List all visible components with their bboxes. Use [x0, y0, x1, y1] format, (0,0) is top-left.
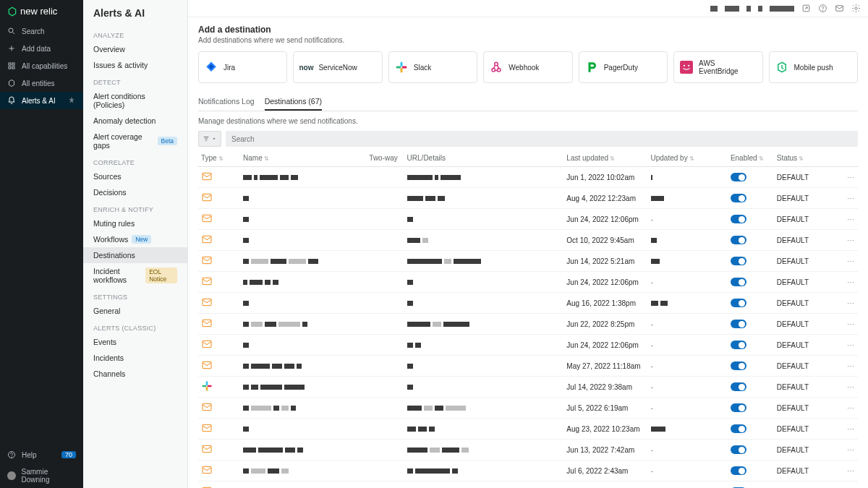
col-header[interactable]: Name⇅ [240, 150, 366, 167]
share-icon[interactable] [801, 4, 811, 13]
enabled-toggle[interactable] [731, 215, 746, 223]
nav-all-capabilities[interactable]: All capabilities [0, 57, 83, 74]
row-more-button[interactable]: ⋯ [847, 425, 855, 433]
table-row[interactable]: Aug 4, 2022 6:45amDEFAULT⋯ [198, 481, 858, 489]
row-more-button[interactable]: ⋯ [847, 257, 855, 265]
sidebar-item-incidents[interactable]: Incidents [83, 350, 187, 366]
card-webhook[interactable]: Webhook [483, 51, 572, 83]
table-row[interactable]: Oct 10, 2022 9:45amDEFAULT⋯ [198, 230, 858, 251]
table-row[interactable]: Jun 24, 2022 12:06pm-DEFAULT⋯ [198, 335, 858, 356]
table-row[interactable]: Aug 4, 2022 12:23amDEFAULT⋯ [198, 188, 858, 209]
status-cell: DEFAULT [774, 356, 841, 377]
enabled-toggle[interactable] [731, 236, 746, 244]
add-destination-title: Add a destination [198, 25, 858, 35]
table-row[interactable]: Aug 23, 2022 10:23amDEFAULT⋯ [198, 419, 858, 440]
row-more-button[interactable]: ⋯ [847, 215, 855, 223]
enabled-toggle[interactable] [731, 278, 746, 286]
search-input[interactable] [226, 131, 858, 147]
enabled-toggle[interactable] [731, 341, 746, 349]
nav-help[interactable]: Help 70 [0, 446, 83, 463]
enabled-toggle[interactable] [731, 445, 746, 454]
sidebar-item-anomaly-detection[interactable]: Anomaly detection [83, 113, 187, 129]
col-header[interactable]: Enabled⇅ [728, 150, 774, 167]
table-row[interactable]: Jul 6, 2022 2:43am-DEFAULT⋯ [198, 461, 858, 481]
row-more-button[interactable]: ⋯ [847, 278, 855, 286]
col-header[interactable]: Type⇅ [198, 150, 240, 167]
row-more-button[interactable]: ⋯ [847, 467, 855, 475]
sidebar-item-events[interactable]: Events [83, 334, 187, 350]
table-row[interactable]: Aug 16, 2022 1:38pmDEFAULT⋯ [198, 293, 858, 314]
filter-button[interactable] [198, 131, 221, 147]
row-more-button[interactable]: ⋯ [847, 341, 855, 349]
nav-user[interactable]: Sammie Downing [0, 463, 83, 488]
settings-icon[interactable] [851, 4, 861, 13]
help-icon[interactable] [818, 4, 827, 13]
card-slack[interactable]: Slack [388, 51, 477, 83]
sidebar-item-general[interactable]: General [83, 303, 187, 319]
row-more-button[interactable]: ⋯ [847, 299, 855, 307]
row-more-button[interactable]: ⋯ [847, 362, 855, 370]
type-cell [198, 167, 240, 188]
sidebar-item-decisions[interactable]: Decisions [83, 184, 187, 200]
status-cell: DEFAULT [774, 272, 841, 293]
table-row[interactable]: Jul 14, 2022 9:38am-DEFAULT⋯ [198, 377, 858, 398]
mail-icon[interactable] [835, 4, 844, 13]
brand-logo[interactable]: new relic [0, 0, 83, 22]
nav-search[interactable]: Search [0, 22, 83, 40]
table-row[interactable]: Jun 1, 2022 10:02amDEFAULT⋯ [198, 167, 858, 188]
sidebar-item-overview[interactable]: Overview [83, 41, 187, 57]
enabled-cell [728, 209, 774, 230]
name-cell [240, 188, 366, 209]
col-header[interactable]: Last updated⇅ [563, 150, 647, 167]
table-row[interactable]: Jun 24, 2022 12:06pm-DEFAULT⋯ [198, 209, 858, 230]
sidebar-item-muting-rules[interactable]: Muting rules [83, 215, 187, 231]
row-more-button[interactable]: ⋯ [847, 174, 855, 181]
enabled-toggle[interactable] [731, 361, 746, 370]
sidebar-item-workflows[interactable]: WorkflowsNew [83, 231, 187, 247]
enabled-toggle[interactable] [731, 173, 746, 181]
tab-notifications-log[interactable]: Notifications Log [198, 93, 255, 111]
enabled-toggle[interactable] [731, 194, 746, 202]
twoway-cell [366, 167, 404, 188]
enabled-toggle[interactable] [731, 424, 746, 433]
enabled-toggle[interactable] [731, 403, 746, 412]
col-header[interactable]: Updated by⇅ [648, 150, 728, 167]
row-more-button[interactable]: ⋯ [847, 383, 855, 391]
table-row[interactable]: Jul 5, 2022 6:19am-DEFAULT⋯ [198, 398, 858, 419]
sidebar-item-alert-conditions-policies-[interactable]: Alert conditions (Policies) [83, 88, 187, 113]
sidebar-item-sources[interactable]: Sources [83, 168, 187, 184]
table-row[interactable]: Jun 14, 2022 5:21amDEFAULT⋯ [198, 251, 858, 272]
enabled-toggle[interactable] [731, 299, 746, 307]
enabled-toggle[interactable] [731, 320, 746, 328]
tab-destinations-[interactable]: Destinations (67) [265, 93, 322, 111]
card-mobile-push[interactable]: Mobile push [769, 51, 858, 83]
table-row[interactable]: Jun 22, 2022 8:25pm-DEFAULT⋯ [198, 314, 858, 335]
card-aws-eventbridge[interactable]: AWS EventBridge [673, 51, 762, 83]
table-row[interactable]: Jun 24, 2022 12:06pm-DEFAULT⋯ [198, 272, 858, 293]
row-more-button[interactable]: ⋯ [847, 446, 855, 454]
row-more-button[interactable]: ⋯ [847, 404, 855, 412]
card-servicenow[interactable]: nowServiceNow [293, 51, 382, 83]
sidebar-item-incident-workflows[interactable]: Incident workflowsEOL Notice [83, 263, 187, 288]
svg-rect-24 [203, 215, 211, 221]
nav-all-entities[interactable]: All entities [0, 74, 83, 92]
row-more-button[interactable]: ⋯ [847, 320, 855, 328]
enabled-toggle[interactable] [731, 466, 746, 475]
card-pagerduty[interactable]: PagerDuty [579, 51, 668, 83]
table-row[interactable]: May 27, 2022 11:18am-DEFAULT⋯ [198, 356, 858, 377]
row-more-button[interactable]: ⋯ [847, 194, 855, 202]
col-header[interactable]: Status⇅ [774, 150, 841, 167]
sidebar-item-channels[interactable]: Channels [83, 366, 187, 382]
card-jira[interactable]: Jira [198, 51, 287, 83]
nav-add-data[interactable]: Add data [0, 40, 83, 57]
table-row[interactable]: Jun 13, 2022 7:42am-DEFAULT⋯ [198, 440, 858, 461]
status-cell: DEFAULT [774, 167, 841, 188]
svg-rect-35 [208, 385, 212, 388]
sidebar-item-issues-activity[interactable]: Issues & activity [83, 57, 187, 73]
sidebar-item-destinations[interactable]: Destinations [83, 247, 187, 263]
enabled-toggle[interactable] [731, 257, 746, 265]
row-more-button[interactable]: ⋯ [847, 236, 855, 244]
enabled-toggle[interactable] [731, 382, 746, 391]
nav-alerts-ai[interactable]: Alerts & AI [0, 92, 83, 109]
sidebar-item-alert-coverage-gaps[interactable]: Alert coverage gapsBeta [83, 129, 187, 153]
